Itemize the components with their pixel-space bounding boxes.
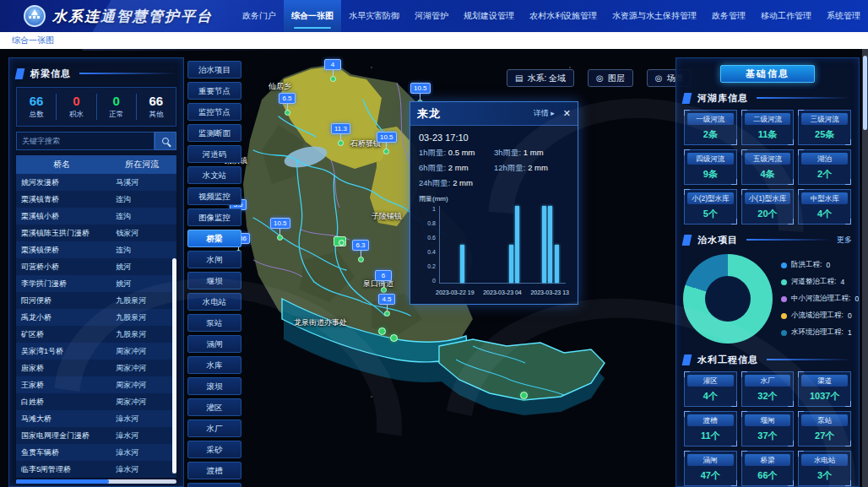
stat-tile[interactable]: 灌区 4个 xyxy=(684,371,737,407)
nav-tab[interactable]: 移动工作管理 xyxy=(753,0,819,32)
stat-tile[interactable]: 涵闸 47个 xyxy=(684,451,737,486)
layer-menu-item[interactable]: 灌区 xyxy=(187,398,241,416)
map-pin-icon[interactable] xyxy=(520,392,528,399)
stat-tile[interactable]: 三级河流 25条 xyxy=(798,110,851,145)
stat-tile[interactable]: 水电站 3个 xyxy=(798,451,851,486)
water-level-badge[interactable]: 10.5 xyxy=(377,132,397,143)
layer-menu-item[interactable]: 桥梁 xyxy=(187,230,241,247)
projects-more-link[interactable]: 更多 xyxy=(837,235,852,246)
table-row[interactable]: 吴家湾1号桥 周家冲河 xyxy=(16,343,176,360)
layer-menu-item[interactable]: 渡槽 xyxy=(187,462,241,479)
water-level-badge[interactable]: 10.5 xyxy=(270,218,290,229)
layer-menu-item[interactable]: 涵闸 xyxy=(187,335,241,353)
layer-menu-item[interactable]: 滚坝 xyxy=(187,377,241,395)
water-level-badge[interactable]: 6.3 xyxy=(352,240,369,251)
stat-tile[interactable]: 一级河流 2条 xyxy=(684,110,737,145)
layer-menu-item[interactable]: 水库 xyxy=(187,356,241,374)
map-pin-icon[interactable] xyxy=(378,327,386,335)
map-toolbar-button[interactable]: ▤ 水系: 全域 xyxy=(507,69,574,87)
close-icon[interactable]: ✕ xyxy=(563,108,571,119)
stat-tile[interactable]: 水厂 32个 xyxy=(741,371,795,407)
stat-tile[interactable]: 湖泊 2个 xyxy=(798,149,851,185)
nav-tab[interactable]: 规划建设管理 xyxy=(456,0,522,32)
water-level-badge[interactable]: 4.5 xyxy=(378,294,395,305)
table-row[interactable]: 马滩大桥 漳水河 xyxy=(16,410,176,427)
layer-menu-item[interactable]: 图像监控 xyxy=(187,208,241,226)
station-marker[interactable]: 11.3 xyxy=(331,123,350,146)
search-button[interactable] xyxy=(155,132,176,150)
stat-tile[interactable]: 四级河流 9条 xyxy=(684,149,737,185)
search-input[interactable] xyxy=(16,132,155,150)
layer-menu-item[interactable]: 采砂 xyxy=(187,441,241,458)
nav-tab[interactable]: 政务管理 xyxy=(704,0,753,32)
map-toolbar-button[interactable]: ◎ 图层 xyxy=(588,69,633,87)
rainfall-bar[interactable] xyxy=(548,206,552,283)
table-row[interactable]: 李学拱门漫桥 姚河 xyxy=(16,275,176,292)
stat-tile[interactable]: 二级河流 11条 xyxy=(741,110,795,145)
table-row[interactable]: 国家电网理金门漫桥 漳水河 xyxy=(16,427,176,444)
layer-menu-item[interactable]: 泵站 xyxy=(187,314,241,332)
stat-tile[interactable]: 小(1)型水库 20个 xyxy=(741,189,795,225)
nav-tab[interactable]: 河湖管护 xyxy=(407,0,456,32)
table-vertical-scrollbar[interactable] xyxy=(172,258,176,473)
station-marker[interactable]: 4 xyxy=(324,59,341,82)
layer-menu-item[interactable]: 重要节点 xyxy=(187,82,241,100)
nav-tab[interactable]: 系统管理 xyxy=(819,0,868,32)
table-row[interactable]: 王家桥 周家冲河 xyxy=(16,376,176,393)
station-marker[interactable]: 4.5 xyxy=(378,294,395,317)
table-row[interactable]: 鱼贯车辆桥 漳水河 xyxy=(16,444,176,461)
nav-tab[interactable]: 水旱灾害防御 xyxy=(341,0,407,32)
map-pin-icon[interactable] xyxy=(390,334,398,342)
table-row[interactable]: 矿区桥 九股泉河 xyxy=(16,326,176,343)
stat-tile[interactable]: 五级河流 4条 xyxy=(741,149,795,185)
station-marker[interactable]: 6.3 xyxy=(352,240,369,262)
station-marker[interactable]: 10.5 xyxy=(270,218,290,241)
table-horizontal-scrollbar[interactable] xyxy=(16,479,176,484)
station-marker[interactable]: 6 xyxy=(375,270,392,293)
camera-marker-icon[interactable] xyxy=(334,236,346,246)
stat-tile[interactable]: 小(2)型水库 5个 xyxy=(684,189,737,225)
table-row[interactable]: 栗溪镇青桥 连沟 xyxy=(16,191,176,208)
station-marker[interactable]: 10.5 xyxy=(377,132,397,154)
layer-menu-item[interactable]: 水电站 xyxy=(187,293,241,311)
scrollbar-thumb[interactable] xyxy=(863,56,867,130)
stat-tile[interactable]: 堰闸 37个 xyxy=(741,411,795,446)
layer-menu-item[interactable]: 监测断面 xyxy=(187,124,241,142)
layer-menu-item[interactable]: 水厂 xyxy=(187,419,241,437)
water-level-badge[interactable]: 4 xyxy=(324,59,341,70)
table-row[interactable]: 司营桥小桥 姚河 xyxy=(16,258,176,275)
stat-tile[interactable]: 渠道 1037个 xyxy=(798,371,851,407)
rainfall-bar[interactable] xyxy=(460,245,464,284)
stat-tile[interactable]: 泵站 27个 xyxy=(798,411,851,446)
layer-menu-item[interactable]: 河道码 xyxy=(187,145,241,163)
nav-tab[interactable]: 农村水利设施管理 xyxy=(522,0,605,32)
table-row[interactable]: 阳河便桥 九股泉河 xyxy=(16,292,176,309)
rainfall-bar[interactable] xyxy=(509,245,513,284)
stat-tile[interactable]: 桥梁 66个 xyxy=(741,451,795,486)
water-level-badge[interactable]: 10.5 xyxy=(410,83,431,94)
layer-menu-item[interactable]: 监控节点 xyxy=(187,103,241,121)
table-row[interactable]: 禹龙小桥 九股泉河 xyxy=(16,309,176,326)
table-row[interactable]: 姚河发漫桥 马溪河 xyxy=(16,174,176,191)
scrollbar-thumb[interactable] xyxy=(16,479,109,484)
nav-tab[interactable]: 综合一张图 xyxy=(284,0,341,32)
layer-menu-item[interactable]: 视频监控 xyxy=(187,187,241,205)
table-row[interactable]: 唐家桥 周家冲河 xyxy=(16,360,176,376)
table-row[interactable]: 栗溪镇小桥 连沟 xyxy=(16,208,176,225)
rainfall-bar[interactable] xyxy=(515,206,519,283)
table-row[interactable]: 白姓桥 周家冲河 xyxy=(16,393,176,410)
station-marker[interactable]: 6.5 xyxy=(279,93,296,116)
breadcrumb-link[interactable]: 综合一张图 xyxy=(12,35,54,46)
stat-tile[interactable]: 中型水库 4个 xyxy=(798,189,851,225)
page-scrollbar[interactable] xyxy=(862,49,868,487)
water-level-badge[interactable]: 6 xyxy=(375,270,392,281)
table-row[interactable]: 栗溪镇陈玉拱门漫桥 钱家河 xyxy=(16,225,176,241)
layer-menu-item[interactable]: 堰闸 xyxy=(187,483,241,487)
layer-menu-item[interactable]: 水文站 xyxy=(187,166,241,184)
popup-detail-link[interactable]: 详情 ▸ xyxy=(534,108,555,119)
table-row[interactable]: 临李5闸管理桥 漳水河 xyxy=(16,461,176,478)
rainfall-bar[interactable] xyxy=(555,245,559,284)
layer-menu-item[interactable]: 水闸 xyxy=(187,251,241,268)
nav-tab[interactable]: 政务门户 xyxy=(235,0,284,32)
nav-tab[interactable]: 水资源与水土保持管理 xyxy=(605,0,704,32)
